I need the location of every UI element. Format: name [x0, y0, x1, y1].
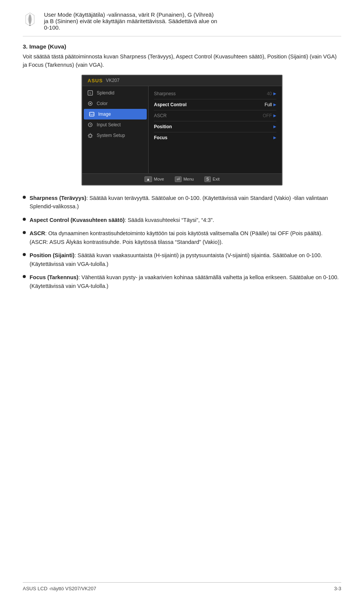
svg-point-4	[89, 103, 91, 104]
bullet-dot	[23, 218, 26, 221]
section-description: Voit säätää tästä päätoiminnosta kuvan S…	[23, 52, 341, 69]
osd-body: SSplendidColorImageInput SelectSystem Se…	[82, 86, 282, 173]
bullet-item-focus: Focus (Tarkennus): Vähentää kuvan pysty-…	[23, 273, 341, 290]
osd-right-panel: Sharpness40 ▶Aspect ControlFull ▶ASCROFF…	[149, 86, 282, 173]
osd-menu-icon	[87, 122, 94, 127]
bullet-bold: ASCR	[30, 230, 45, 236]
bullet-normal: : Ota dynaaminen kontrastisuhdetoiminto …	[30, 230, 323, 245]
osd-brand: ASUS	[88, 78, 103, 83]
osd-menu-icon: S	[87, 90, 94, 96]
arrow-icon: ▶	[273, 135, 276, 140]
bullet-item-ascr: ASCR: Ota dynaaminen kontrastisuhdetoimi…	[23, 229, 341, 246]
osd-right-value: 40 ▶	[267, 91, 276, 96]
arrow-icon: ▶	[273, 113, 276, 118]
bullet-text: Position (Sijainti): Säätää kuvan vaakas…	[30, 251, 341, 268]
bullet-dot	[23, 275, 26, 278]
page-footer: ASUS LCD -näyttö VS207/VK207 3-3	[23, 582, 341, 591]
osd-menu-item-input-select[interactable]: Input Select	[82, 119, 148, 130]
osd-menu-item-splendid[interactable]: SSplendid	[82, 88, 148, 98]
bullet-dot	[23, 196, 26, 199]
osd-menu-label: Splendid	[97, 90, 115, 96]
bullet-bold: Sharpness (Terävyys)	[30, 195, 86, 201]
osd-menu-label: Input Select	[97, 122, 121, 127]
bullet-text: Sharpness (Terävyys): Säätää kuvan teräv…	[30, 194, 341, 211]
bullet-item-aspect: Aspect Control (Kuvasuhteen säätö): Sääd…	[23, 216, 341, 224]
bullet-bold: Aspect Control (Kuvasuhteen säätö)	[30, 217, 125, 223]
osd-footer-icon: ▲	[144, 176, 152, 182]
bullet-dot	[23, 231, 26, 234]
bullet-bold: Position (Sijainti)	[30, 252, 74, 258]
bullet-text: ASCR: Ota dynaaminen kontrastisuhdetoimi…	[30, 229, 341, 246]
bullet-list: Sharpness (Terävyys): Säätää kuvan teräv…	[23, 194, 341, 290]
svg-point-0	[29, 25, 30, 26]
bullet-dot	[23, 253, 26, 256]
osd-menu-label: System Setup	[97, 133, 125, 138]
bullet-item-position: Position (Sijainti): Säätää kuvan vaakas…	[23, 251, 341, 268]
osd-right-item: ASCROFF ▶	[154, 110, 276, 121]
osd-footer: ▲Move⏎MenuSExit	[82, 173, 282, 185]
section-3: 3. Image (Kuva) Voit säätää tästä päätoi…	[23, 43, 341, 185]
header-section: User Mode (Käyttäjätila) -valinnassa, vä…	[23, 11, 341, 36]
osd-footer-icon: ⏎	[175, 176, 182, 182]
osd-right-value: OFF ▶	[263, 113, 276, 118]
bullet-text: Focus (Tarkennus): Vähentää kuvan pysty-…	[30, 273, 341, 290]
osd-right-label: ASCR	[154, 113, 166, 118]
osd-footer-label: Exit	[213, 177, 220, 181]
osd-model: VK207	[106, 78, 119, 83]
osd-menu-label: Image	[98, 112, 111, 117]
osd-right-value: ▶	[273, 124, 276, 129]
header-text: User Mode (Käyttäjätila) -valinnassa, vä…	[44, 11, 217, 31]
osd-right-label: Focus	[154, 135, 167, 140]
osd-menu-icon	[87, 133, 94, 138]
osd-menu-icon	[87, 101, 94, 106]
osd-menu: ASUS VK207 SSplendidColorImageInput Sele…	[82, 75, 282, 185]
arrow-icon: ▶	[273, 124, 276, 129]
osd-right-label: Sharpness	[154, 91, 176, 96]
osd-right-value: ▶	[273, 135, 276, 140]
osd-right-item: Aspect ControlFull ▶	[154, 99, 276, 110]
bullet-bold: Focus (Tarkennus)	[30, 274, 78, 280]
osd-footer-button: ⏎Menu	[175, 176, 194, 182]
arrow-icon: ▶	[273, 91, 276, 96]
osd-right-item: Position▶	[154, 121, 276, 132]
arrow-icon: ▶	[273, 102, 276, 107]
osd-footer-button: ▲Move	[144, 176, 164, 182]
osd-footer-label: Menu	[184, 177, 194, 181]
osd-footer-button: SExit	[204, 176, 220, 182]
osd-right-label: Aspect Control	[154, 102, 187, 107]
osd-right-label: Position	[154, 124, 172, 129]
bullet-item-sharpness: Sharpness (Terävyys): Säätää kuvan teräv…	[23, 194, 341, 211]
osd-footer-label: Move	[154, 177, 164, 181]
bullet-text: Aspect Control (Kuvasuhteen säätö): Sääd…	[30, 216, 341, 224]
svg-text:S: S	[89, 91, 91, 95]
osd-right-item: Sharpness40 ▶	[154, 88, 276, 99]
osd-right-value: Full ▶	[265, 102, 276, 107]
osd-menu-label: Color	[97, 101, 108, 106]
section-title: 3. Image (Kuva)	[23, 43, 341, 50]
asus-pen-logo	[23, 12, 37, 27]
footer-left: ASUS LCD -näyttö VS207/VK207	[23, 586, 96, 591]
osd-header: ASUS VK207	[82, 75, 282, 86]
osd-menu-item-color[interactable]: Color	[82, 98, 148, 109]
osd-right-item: Focus▶	[154, 132, 276, 143]
osd-left-menu: SSplendidColorImageInput SelectSystem Se…	[82, 86, 149, 173]
osd-footer-icon: S	[204, 176, 211, 182]
osd-menu-item-system-setup[interactable]: System Setup	[82, 130, 148, 141]
bullet-normal: : Säädä kuvasuhteeksi “Täysi”, “4:3”.	[125, 217, 214, 223]
osd-menu-item-image[interactable]: Image	[84, 109, 147, 119]
osd-menu-icon	[88, 112, 95, 117]
footer-right: 3-3	[334, 586, 341, 591]
